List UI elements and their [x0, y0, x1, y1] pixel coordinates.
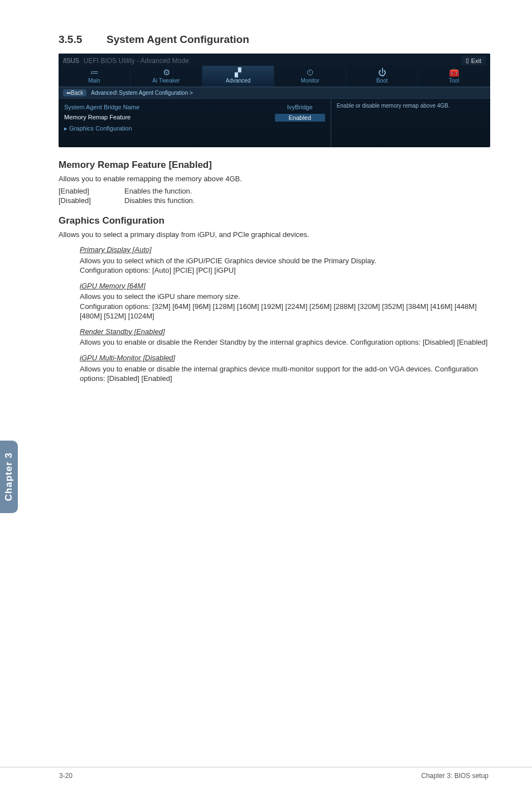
tab-label: Tool	[449, 78, 459, 84]
breadcrumb-path: Advanced\ System Agent Configuration >	[91, 90, 193, 96]
option-label: Graphics Configuration	[69, 125, 132, 132]
footer-page-number: 3-20	[59, 772, 72, 780]
tab-label: Monitor	[301, 78, 319, 84]
exit-label: Exit	[471, 57, 481, 64]
option-desc: Disables this function.	[124, 196, 195, 205]
option-label: System Agent Bridge Name	[64, 104, 139, 110]
table-row: [Disabled]Disables this function.	[59, 196, 195, 205]
sub-render-standby-title: Render Standby [Enabled]	[80, 327, 490, 337]
option-value: IvyBridge	[275, 104, 325, 110]
tab-boot[interactable]: ⏻Boot	[346, 66, 418, 86]
tab-advanced[interactable]: ▞Advanced	[202, 66, 274, 86]
option-row-memory-remap[interactable]: Memory Remap Feature Enabled	[64, 112, 325, 123]
footer-chapter-label: Chapter 3: BIOS setup	[421, 772, 489, 780]
sub-igpu-memory-title: iGPU Memory [64M]	[80, 281, 490, 291]
table-row: [Enabled]Enables the function.	[59, 186, 195, 196]
graphics-config-heading: Graphics Configuration	[59, 215, 490, 226]
chevron-right-icon: ▸	[64, 125, 69, 132]
back-button[interactable]: ⬅ Back	[63, 89, 86, 96]
option-key: [Disabled]	[59, 196, 124, 205]
memory-remap-desc: Allows you to enable remapping the memor…	[59, 174, 490, 184]
tab-ai-tweaker[interactable]: ⚙Ai Tweaker	[130, 66, 202, 86]
toolbox-icon: 🧰	[418, 68, 490, 77]
tab-monitor[interactable]: ⏲Monitor	[274, 66, 346, 86]
sub-desc: Configuration options: [Auto] [PCIE] [PC…	[80, 265, 490, 276]
sub-desc: Allows you to enable or disable the inte…	[80, 364, 490, 384]
bios-breadcrumb: ⬅ Back Advanced\ System Agent Configurat…	[59, 87, 490, 98]
bios-screenshot: /ISUS UEFI BIOS Utility - Advanced Mode …	[59, 54, 490, 147]
sub-igpu-multimonitor-title: iGPU Multi-Monitor [Disabled]	[80, 353, 490, 363]
tab-label: Advanced	[226, 78, 250, 84]
exit-icon: ▯	[466, 57, 469, 64]
bios-utility-title: UEFI BIOS Utility - Advanced Mode	[84, 57, 189, 65]
option-key: [Enabled]	[59, 186, 124, 196]
sub-desc: Allows you to select the iGPU share memo…	[80, 292, 490, 302]
option-label: Memory Remap Feature	[64, 114, 130, 122]
bios-options-panel: System Agent Bridge Name IvyBridge Memor…	[59, 99, 331, 147]
sub-primary-display-title: Primary Display [Auto]	[80, 245, 490, 255]
option-row-graphics-config[interactable]: ▸ Graphics Configuration	[64, 123, 325, 134]
power-icon: ⏻	[346, 68, 418, 77]
graphics-subsections: Primary Display [Auto] Allows you to sel…	[80, 245, 490, 384]
chapter-side-label: Chapter 3	[3, 452, 14, 501]
tab-label: Main	[88, 78, 100, 84]
chip-icon: ▞	[202, 68, 274, 77]
exit-button[interactable]: ▯ Exit	[461, 56, 486, 65]
tab-label: Boot	[376, 78, 388, 84]
option-value[interactable]: Enabled	[275, 114, 325, 122]
memory-remap-heading: Memory Remap Feature [Enabled]	[59, 160, 490, 171]
bios-titlebar: /ISUS UEFI BIOS Utility - Advanced Mode …	[59, 54, 490, 66]
chapter-side-tab: Chapter 3	[0, 441, 18, 513]
page-footer: 3-20 Chapter 3: BIOS setup	[0, 767, 532, 780]
option-value	[275, 125, 325, 132]
gear-icon: ⚙	[130, 68, 202, 77]
tab-label: Ai Tweaker	[152, 78, 180, 84]
section-number: 3.5.5	[59, 33, 107, 46]
gauge-icon: ⏲	[274, 68, 346, 77]
bios-logo: /ISUS	[63, 57, 79, 65]
sub-desc: Allows you to select which of the iGPU/P…	[80, 256, 490, 266]
option-row-bridge-name: System Agent Bridge Name IvyBridge	[64, 102, 325, 112]
section-heading: 3.5.5System Agent Configuration	[59, 33, 490, 46]
bios-help-panel: Enable or disable memory remap above 4GB…	[331, 99, 490, 147]
bios-tabs: ≔Main ⚙Ai Tweaker ▞Advanced ⏲Monitor ⏻Bo…	[59, 66, 490, 87]
option-desc: Enables the function.	[124, 186, 195, 196]
section-title: System Agent Configuration	[107, 33, 249, 45]
back-label: Back	[71, 90, 83, 96]
tab-tool[interactable]: 🧰Tool	[418, 66, 490, 86]
list-icon: ≔	[59, 68, 130, 77]
tab-main[interactable]: ≔Main	[59, 66, 130, 86]
sub-desc: Configuration options: [32M] [64M] [96M]…	[80, 302, 490, 321]
help-text: Enable or disable memory remap above 4GB…	[337, 102, 485, 109]
memory-remap-options: [Enabled]Enables the function. [Disabled…	[59, 186, 195, 205]
graphics-config-desc: Allows you to select a primary display f…	[59, 230, 490, 240]
sub-desc: Allows you to enable or disable the Rend…	[80, 337, 490, 347]
